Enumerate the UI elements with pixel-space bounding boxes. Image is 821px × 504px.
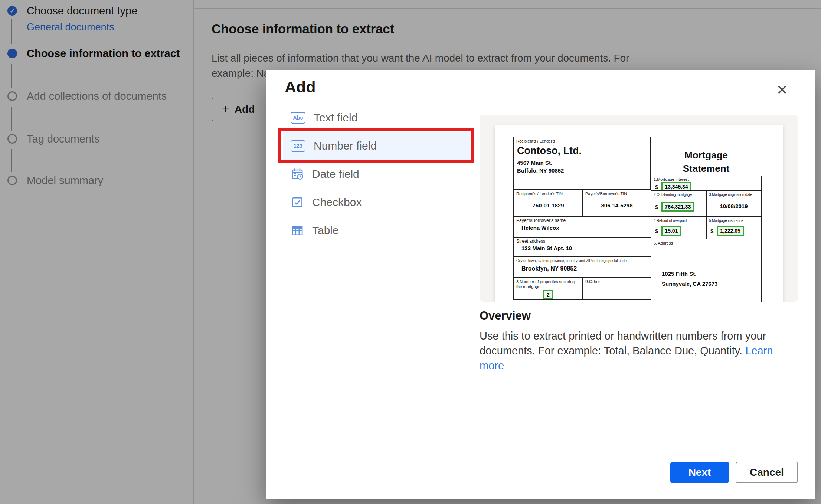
next-button[interactable]: Next xyxy=(670,462,729,483)
add-field-dialog: Add ✕ Abc Text field 123 Number field xyxy=(266,70,815,499)
field-type-checkbox[interactable]: Checkbox xyxy=(283,188,470,216)
preview-value: Helena Wilcox xyxy=(521,225,648,231)
preview-label: Payer's/Borrower's TIN xyxy=(585,192,648,196)
field-type-label: Number field xyxy=(314,140,377,152)
preview-city-cell: City or Town, state or province, country… xyxy=(513,256,651,277)
preview-lender-cell: Recipient's / Lender's Contoso, Ltd. 456… xyxy=(513,137,651,189)
preview-field-origination-date: 3.Mortgage origination date 10/08/2019 xyxy=(706,190,762,216)
preview-lender-tin-cell: Recipient's / Lender's TIN 750-01-1829 xyxy=(513,189,582,216)
preview-field-outstanding-mortgage: 2.Outstanding mortgage $ 764,321.33 xyxy=(651,190,706,216)
preview-field-mortgage-interest: 1.Mortgage interest $ 13,345.34 xyxy=(651,176,762,190)
field-type-number[interactable]: 123 Number field xyxy=(283,132,470,160)
field-preview-card: Recipient's / Lender's Contoso, Ltd. 456… xyxy=(480,115,798,302)
overview-text: Use this to extract printed or handwritt… xyxy=(480,328,791,373)
preview-label: 3.Mortgage origination date xyxy=(709,192,759,197)
preview-field-properties-count: 8.Number of properties securing the mort… xyxy=(513,277,582,300)
preview-label: 5.Mortgage insurance xyxy=(709,218,759,223)
preview-borrower-tin-cell: Payer's/Borrower's TIN 306-14-5298 xyxy=(582,189,651,216)
preview-value: 306-14-5298 xyxy=(585,202,648,209)
field-type-text[interactable]: Abc Text field xyxy=(283,104,470,132)
dollar-sign: $ xyxy=(655,204,658,210)
preview-label: 9.Other xyxy=(585,279,648,284)
overview-heading: Overview xyxy=(480,309,531,323)
dollar-sign: $ xyxy=(655,184,658,190)
field-type-label: Checkbox xyxy=(312,196,362,209)
preview-lender-address2: Buffalo, NY 90852 xyxy=(517,167,648,174)
preview-label: 8.Number of properties securing the mort… xyxy=(516,279,580,289)
close-icon[interactable]: ✕ xyxy=(771,80,793,100)
wizard-page: ✓ Choose document type General documents… xyxy=(0,0,821,504)
preview-street-address-cell: Street address 123 Main St Apt. 10 xyxy=(513,237,651,256)
preview-value: Brooklyn, NY 90852 xyxy=(521,265,648,272)
table-icon xyxy=(291,224,304,237)
preview-value: Sunnyvale, CA 27673 xyxy=(662,281,717,287)
preview-label: Payer's/Borrower's name xyxy=(516,218,648,223)
preview-doc-title-cell: MortgageStatement xyxy=(651,137,762,176)
preview-label: Street address xyxy=(516,239,648,244)
cancel-button[interactable]: Cancel xyxy=(736,462,798,483)
preview-label: City or Town, state or province, country… xyxy=(516,258,648,263)
preview-label: Recipient's / Lender's TIN xyxy=(516,192,580,196)
dollar-sign: $ xyxy=(655,228,658,234)
dollar-sign: $ xyxy=(710,228,713,234)
field-type-label: Text field xyxy=(314,111,357,124)
number-field-icon: 123 xyxy=(291,140,305,152)
preview-value: 1025 Fifth St. xyxy=(662,271,696,277)
preview-company-name: Contoso, Ltd. xyxy=(517,145,648,157)
doc-title-line1: Mortgage xyxy=(684,150,728,161)
field-type-date[interactable]: Date field xyxy=(283,160,470,188)
highlighted-number: 13,345.34 xyxy=(661,182,691,190)
highlighted-number: 1,222.05 xyxy=(717,226,744,236)
mortgage-statement-form: Recipient's / Lender's Contoso, Ltd. 456… xyxy=(513,137,762,302)
preview-address6-cell: 6. Address 1025 Fifth St. Sunnyvale, CA … xyxy=(651,239,762,302)
text-field-icon: Abc xyxy=(291,112,305,124)
preview-borrower-name-cell: Payer's/Borrower's name Helena Wilcox xyxy=(513,216,651,237)
highlighted-number: 2 xyxy=(543,290,553,300)
preview-label: 4.Refund of overpaid xyxy=(654,218,704,223)
preview-label: 2.Outstanding mortgage xyxy=(654,192,704,197)
highlighted-number: 15.01 xyxy=(661,226,681,236)
highlighted-number: 764,321.33 xyxy=(661,202,694,212)
date-field-icon xyxy=(291,167,304,181)
field-type-label: Date field xyxy=(312,168,359,180)
preview-value: 10/08/2019 xyxy=(709,203,759,209)
doc-title-line2: Statement xyxy=(683,163,730,174)
preview-lender-address1: 4567 Main St. xyxy=(517,159,648,167)
overview-line1: Use this to extract printed or handwritt… xyxy=(480,330,766,342)
preview-field-mortgage-insurance: 5.Mortgage insurance $ 1,222.05 xyxy=(706,216,762,239)
sample-document-page: Recipient's / Lender's Contoso, Ltd. 456… xyxy=(495,125,783,302)
field-type-label: Table xyxy=(312,224,339,237)
preview-field-refund-overpaid: 4.Refund of overpaid $ 15.01 xyxy=(651,216,706,239)
field-type-list: Abc Text field 123 Number field xyxy=(283,104,470,245)
preview-value: 123 Main St Apt. 10 xyxy=(521,245,648,251)
preview-label: 6. Address xyxy=(654,241,759,246)
preview-value: 750-01-1829 xyxy=(516,202,580,209)
overview-line2: documents. For example: Total, Balance D… xyxy=(480,345,742,357)
checkbox-icon xyxy=(291,196,304,209)
preview-label: 1.Mortgage interest xyxy=(654,177,759,182)
preview-label: Recipient's / Lender's xyxy=(516,139,648,144)
field-type-table[interactable]: Table xyxy=(283,216,470,245)
preview-field-other: 9.Other xyxy=(582,277,651,300)
dialog-title: Add xyxy=(285,78,316,96)
